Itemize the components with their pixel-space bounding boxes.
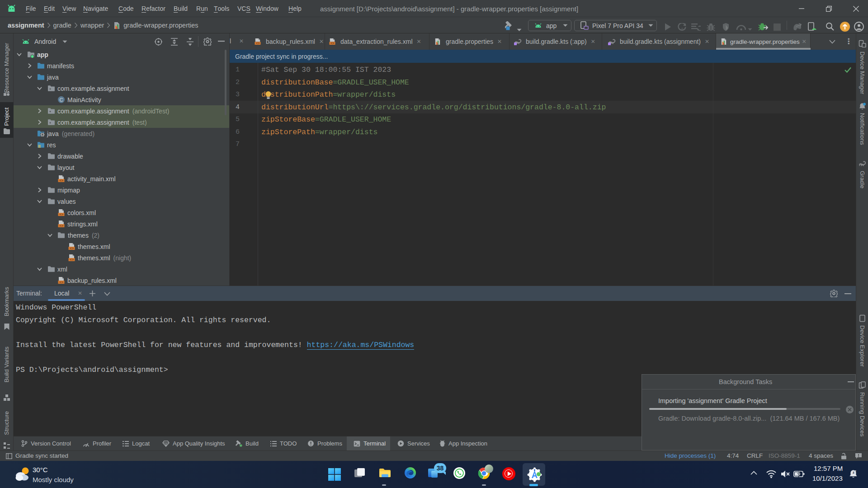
svg-text:A: A [681, 27, 684, 31]
svg-text:z: z [855, 469, 857, 473]
svg-text:z: z [853, 470, 854, 474]
